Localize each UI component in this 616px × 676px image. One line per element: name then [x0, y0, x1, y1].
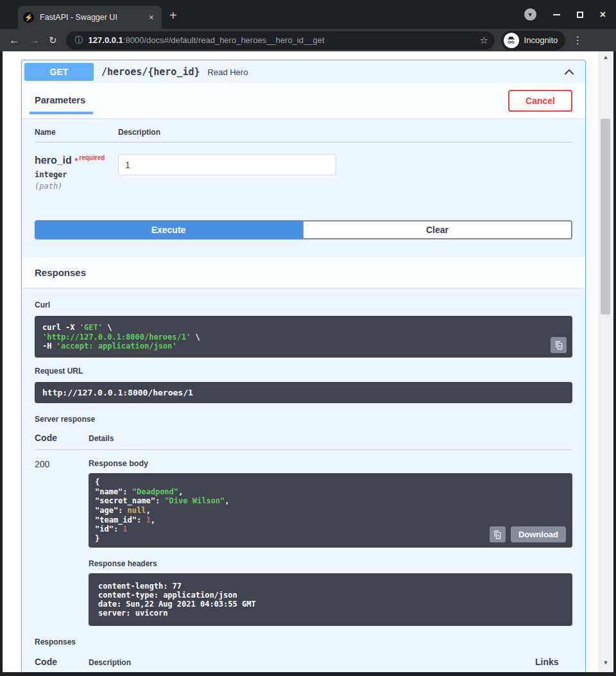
response-body-label: Response body	[89, 459, 572, 468]
close-icon[interactable]: ×	[600, 10, 606, 20]
header-line: server: uvicorn	[98, 609, 563, 618]
required-label: required	[79, 154, 105, 161]
fastapi-favicon-icon: ⚡	[23, 12, 34, 23]
parameter-value-cell	[118, 154, 336, 191]
browser-update-icon[interactable]: ▼	[524, 8, 536, 21]
copy-response-icon[interactable]	[490, 526, 506, 542]
page-scrollbar[interactable]: ▲ ▼	[598, 51, 613, 672]
code-line: curl -X 'GET' \	[42, 323, 547, 332]
code-line: "team_id": 1,	[95, 516, 566, 525]
column-links: Links	[535, 657, 572, 667]
code-line: "secret_name": "Dive Wilson",	[95, 496, 566, 506]
address-bar[interactable]: ⓘ 127.0.0.1:8000/docs#/default/read_hero…	[66, 31, 495, 49]
request-url-text: http://127.0.0.1:8000/heroes/1	[42, 388, 193, 397]
parameters-columns: Name Description	[35, 128, 572, 143]
incognito-badge: Incognito	[501, 31, 566, 50]
copy-curl-icon[interactable]	[551, 337, 567, 353]
header-line: content-type: application/json	[98, 591, 563, 600]
parameter-type: integer	[35, 170, 118, 179]
incognito-label: Incognito	[524, 35, 558, 45]
response-body-block: { "name": "Deadpond", "secret_name": "Di…	[89, 473, 572, 548]
parameter-name: hero_id *required	[35, 154, 118, 166]
execute-button[interactable]: Execute	[35, 220, 302, 239]
responses-section-header: Responses	[22, 257, 585, 288]
request-url-block: http://127.0.0.1:8000/heroes/1	[35, 382, 572, 403]
parameters-body: Name Description hero_id *required integ…	[22, 118, 585, 257]
code-line: "name": "Deadpond",	[95, 487, 566, 497]
scrollbar-thumb[interactable]	[601, 119, 610, 315]
column-details: Details	[89, 434, 114, 443]
url-path: :8000/docs#/default/read_hero_heroes__he…	[123, 35, 325, 45]
reload-icon[interactable]: ↻	[49, 35, 57, 46]
tab-close-icon[interactable]: ×	[146, 12, 157, 22]
required-asterisk: *	[74, 156, 78, 166]
parameters-header: Parameters Cancel	[22, 83, 585, 118]
code-line: {	[95, 478, 566, 487]
response-headers-block: content-length: 77content-type: applicat…	[89, 573, 572, 626]
documented-responses-label: Responses	[35, 637, 572, 646]
curl-command-block: curl -X 'GET' \ 'http://127.0.0.1:8000/h…	[35, 316, 572, 358]
browser-tab[interactable]: ⚡ FastAPI - Swagger UI ×	[18, 6, 162, 29]
status-code: 200	[35, 459, 89, 626]
curl-label: Curl	[35, 300, 572, 309]
window-controls: ▼ ×	[524, 0, 616, 29]
column-code: Code	[35, 433, 89, 443]
header-line: date: Sun,22 Aug 2021 04:03:55 GMT	[98, 600, 563, 609]
minimize-icon[interactable]	[553, 14, 560, 15]
parameter-row: hero_id *required integer (path)	[35, 143, 572, 191]
browser-titlebar: ⚡ FastAPI - Swagger UI × + ▼ ×	[0, 0, 616, 29]
window-bottom-border	[0, 672, 616, 676]
scrollbar-down-icon[interactable]: ▼	[598, 658, 613, 667]
maximize-icon[interactable]	[577, 12, 583, 18]
execute-row: Execute Clear	[35, 220, 572, 239]
response-details: Response body { "name": "Deadpond", "sec…	[89, 459, 572, 626]
collapse-chevron-icon[interactable]	[563, 66, 575, 78]
http-method-badge: GET	[24, 63, 94, 81]
parameter-location: (path)	[35, 182, 118, 191]
swagger-page: GET /heroes/{hero_id} Read Hero Paramete…	[3, 51, 598, 672]
tab-title: FastAPI - Swagger UI	[40, 13, 146, 22]
new-tab-button[interactable]: +	[169, 9, 177, 22]
documented-responses-columns: Code Description Links	[35, 657, 572, 672]
response-headers-label: Response headers	[89, 559, 572, 568]
column-name: Name	[35, 128, 118, 137]
endpoint-path: /heroes/{hero_id}	[101, 66, 200, 78]
url-text[interactable]: 127.0.0.1:8000/docs#/default/read_hero_h…	[89, 35, 475, 45]
parameter-name-text: hero_id	[35, 155, 72, 166]
parameter-meta: hero_id *required integer (path)	[35, 154, 118, 191]
server-response-row: 200 Response body { "name": "Deadpond", …	[35, 450, 572, 626]
column-description: Description	[118, 128, 160, 137]
browser-toolbar: ← → ↻ ⓘ 127.0.0.1:8000/docs#/default/rea…	[0, 29, 616, 51]
response-body-actions: Download	[490, 526, 566, 542]
opblock-summary[interactable]: GET /heroes/{hero_id} Read Hero	[22, 60, 585, 83]
site-info-icon[interactable]: ⓘ	[75, 35, 83, 46]
window-right-border	[613, 51, 616, 676]
endpoint-summary: Read Hero	[208, 67, 248, 77]
clear-button[interactable]: Clear	[302, 220, 572, 239]
server-response-columns: Code Details	[35, 433, 572, 450]
responses-body: Curl curl -X 'GET' \ 'http://127.0.0.1:8…	[22, 288, 585, 672]
hero-id-input[interactable]	[118, 154, 336, 175]
server-response-label: Server response	[35, 415, 572, 424]
code-line: "age": null,	[95, 506, 566, 516]
url-host: 127.0.0.1	[89, 35, 123, 45]
back-icon[interactable]: ←	[9, 34, 20, 47]
request-url-label: Request URL	[35, 367, 572, 376]
tab-parameters[interactable]: Parameters	[35, 95, 93, 114]
column-code-doc: Code	[35, 657, 89, 667]
opblock-get-read-hero: GET /heroes/{hero_id} Read Hero Paramete…	[21, 60, 586, 672]
scrollbar-up-icon[interactable]: ▲	[598, 53, 613, 62]
header-line: content-length: 77	[98, 582, 563, 591]
incognito-icon	[504, 33, 519, 48]
column-description-doc: Description	[89, 658, 535, 667]
forward-icon[interactable]: →	[29, 34, 40, 47]
cancel-button[interactable]: Cancel	[508, 90, 572, 112]
bookmark-star-icon[interactable]: ☆	[479, 35, 488, 46]
download-button[interactable]: Download	[511, 526, 566, 542]
code-line: 'http://127.0.0.1:8000/heroes/1' \	[42, 333, 547, 342]
browser-menu-icon[interactable]: ⋮	[572, 34, 583, 46]
code-line: -H 'accept: application/json'	[42, 342, 547, 351]
